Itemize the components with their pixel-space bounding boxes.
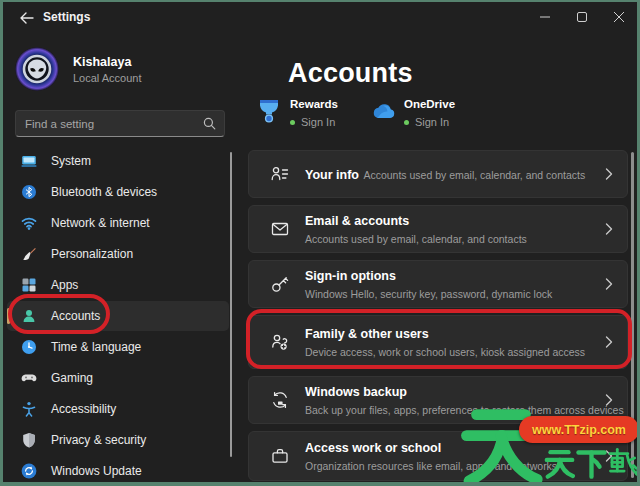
user-meta: Kishalaya Local Account <box>73 55 142 84</box>
accounts-icon <box>21 308 37 324</box>
card-meta: Family & other users Device access, work… <box>305 324 627 360</box>
user-account-type: Local Account <box>73 72 142 84</box>
email-icon <box>269 218 291 240</box>
back-arrow-icon <box>19 12 34 24</box>
card-title: Access work or school <box>305 441 441 455</box>
sidebar-item-accounts[interactable]: Accounts <box>7 301 229 331</box>
accessibility-icon <box>21 401 37 417</box>
sidebar-item-gaming[interactable]: Gaming <box>7 363 229 393</box>
promo-row: Rewards Sign In OneDrive Sign In <box>256 94 487 128</box>
bluetooth-icon <box>21 184 37 200</box>
status-dot <box>404 120 409 125</box>
apps-icon <box>21 277 37 293</box>
promo-name: Rewards <box>290 98 338 110</box>
rewards-icon <box>256 96 282 126</box>
sidebar-item-label: Windows Update <box>51 464 142 478</box>
chevron-right-icon <box>605 278 613 291</box>
card-meta: Sign-in options Windows Hello, security … <box>305 266 627 302</box>
page-title: Accounts <box>288 58 413 89</box>
network-icon <box>21 215 37 231</box>
user-name: Kishalaya <box>73 55 142 69</box>
card-family-other-users[interactable]: Family & other users Device access, work… <box>248 315 628 369</box>
sidebar-item-label: Privacy & security <box>51 433 146 447</box>
system-icon <box>21 153 37 169</box>
chevron-right-icon <box>605 450 613 463</box>
privacy-icon <box>21 432 37 448</box>
sign-in-link: Sign In <box>301 116 335 128</box>
card-title: Family & other users <box>305 327 429 341</box>
briefcase-icon <box>269 445 291 467</box>
chevron-right-icon <box>605 394 613 407</box>
key-icon <box>269 273 291 295</box>
card-meta: Access work or school Organization resou… <box>305 438 627 474</box>
sidebar-nav: System Bluetooth & devices Network & int… <box>7 146 229 482</box>
close-icon <box>614 12 624 22</box>
search-icon[interactable] <box>203 117 216 130</box>
search-box <box>15 110 225 137</box>
promo-status[interactable]: Sign In <box>290 116 338 128</box>
card-windows-backup[interactable]: Windows backup Back up your files, apps,… <box>248 376 628 424</box>
card-subtitle: Accounts used by email, calendar, and co… <box>305 233 527 245</box>
personalization-icon <box>21 246 37 262</box>
sidebar-item-bluetooth[interactable]: Bluetooth & devices <box>7 177 229 207</box>
status-dot <box>290 120 295 125</box>
promo-status[interactable]: Sign In <box>404 116 455 128</box>
sidebar-item-label: Apps <box>51 278 78 292</box>
card-title: Windows backup <box>305 385 407 399</box>
selected-indicator <box>7 308 10 324</box>
onedrive-promo[interactable]: OneDrive Sign In <box>370 94 455 128</box>
family-icon <box>269 331 291 353</box>
card-meta: Your info Accounts used by email, calend… <box>305 165 585 183</box>
rewards-promo[interactable]: Rewards Sign In <box>256 94 338 128</box>
card-title: Sign-in options <box>305 269 396 283</box>
search-input[interactable] <box>16 118 203 130</box>
sidebar-item-network[interactable]: Network & internet <box>7 208 229 238</box>
card-your-info[interactable]: Your info Accounts used by email, calend… <box>248 150 628 198</box>
back-button[interactable] <box>13 7 39 29</box>
sidebar-item-system[interactable]: System <box>7 146 229 176</box>
minimize-icon <box>540 12 550 22</box>
minimize-button[interactable] <box>526 2 563 32</box>
window-title: Settings <box>43 10 90 24</box>
sidebar-item-label: Accessibility <box>51 402 116 416</box>
settings-card-list: Your info Accounts used by email, calend… <box>248 150 628 481</box>
chevron-right-icon <box>605 336 613 349</box>
windows-update-icon <box>21 463 37 479</box>
sidebar-item-label: Bluetooth & devices <box>51 185 157 199</box>
sidebar-item-personalization[interactable]: Personalization <box>7 239 229 269</box>
sidebar-item-label: System <box>51 154 91 168</box>
chevron-right-icon <box>605 223 613 236</box>
card-access-work-school[interactable]: Access work or school Organization resou… <box>248 431 628 481</box>
user-block[interactable]: Kishalaya Local Account <box>15 47 142 91</box>
maximize-icon <box>577 12 587 22</box>
onedrive-icon <box>370 96 396 126</box>
sidebar-item-label: Personalization <box>51 247 133 261</box>
sidebar-item-privacy[interactable]: Privacy & security <box>7 425 229 455</box>
maximize-button[interactable] <box>563 2 600 32</box>
card-title: Your info <box>305 168 359 182</box>
card-sign-in-options[interactable]: Sign-in options Windows Hello, security … <box>248 260 628 308</box>
chevron-right-icon <box>605 168 613 181</box>
close-button[interactable] <box>600 2 637 32</box>
time-language-icon <box>21 339 37 355</box>
sidebar-item-label: Time & language <box>51 340 141 354</box>
screenshot-frame: Settings Kish <box>0 0 640 486</box>
backup-icon <box>269 389 291 411</box>
sidebar-item-accessibility[interactable]: Accessibility <box>7 394 229 424</box>
card-title: Email & accounts <box>305 214 409 228</box>
card-subtitle: Back up your files, apps, preferences to… <box>305 404 624 416</box>
sidebar-item-time-language[interactable]: Time & language <box>7 332 229 362</box>
sidebar-item-windows-update[interactable]: Windows Update <box>7 456 229 482</box>
card-email-accounts[interactable]: Email & accounts Accounts used by email,… <box>248 205 628 253</box>
sidebar-scrollbar[interactable] <box>230 152 232 457</box>
sign-in-link: Sign In <box>415 116 449 128</box>
card-subtitle: Device access, work or school users, kio… <box>305 346 585 358</box>
card-subtitle: Windows Hello, security key, password, d… <box>305 288 552 300</box>
main-scrollbar[interactable] <box>631 152 634 478</box>
contact-card-icon <box>269 163 291 185</box>
card-subtitle: Accounts used by email, calendar, and co… <box>363 169 585 181</box>
window-controls <box>526 2 637 32</box>
gaming-icon <box>21 370 37 386</box>
sidebar-item-apps[interactable]: Apps <box>7 270 229 300</box>
titlebar: Settings <box>3 2 637 34</box>
